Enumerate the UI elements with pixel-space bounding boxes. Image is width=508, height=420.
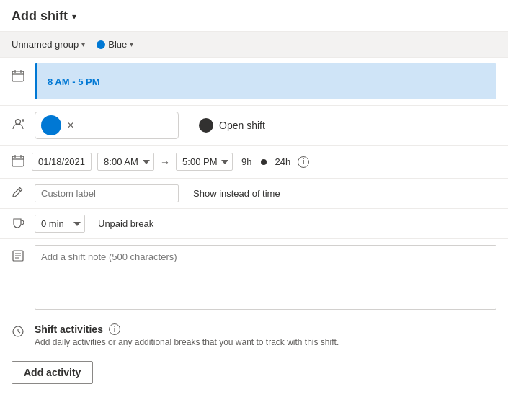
break-icon <box>12 216 26 232</box>
clock-icon <box>12 325 26 341</box>
date-input[interactable]: 01/18/2021 <box>32 153 92 171</box>
page-title: Add shift <box>12 9 68 24</box>
note-icon <box>12 249 26 265</box>
svg-rect-7 <box>12 156 24 166</box>
note-textarea[interactable] <box>35 245 496 310</box>
open-shift-toggle-icon <box>199 118 213 133</box>
header: Add shift ▾ <box>0 0 508 32</box>
date-icon <box>12 154 26 170</box>
svg-rect-0 <box>12 71 24 81</box>
avatar <box>41 115 61 135</box>
close-icon[interactable]: ✕ <box>67 120 74 130</box>
group-chevron-icon: ▾ <box>81 40 85 48</box>
shift-time-label: 8 AM - 5 PM <box>48 76 99 87</box>
start-time-select[interactable]: 8:00 AM <box>97 153 154 171</box>
open-shift-toggle-wrap[interactable]: Open shift <box>199 118 265 133</box>
color-label: Blue <box>108 39 127 50</box>
activities-subtitle: Add daily activities or any additional b… <box>35 337 496 347</box>
header-chevron-icon[interactable]: ▾ <box>72 12 76 22</box>
person-row: ✕ Open shift <box>0 106 508 146</box>
person-chip[interactable]: ✕ <box>35 112 179 139</box>
color-selector[interactable]: Blue ▾ <box>97 39 133 50</box>
hours-24-label: 24h <box>275 156 291 167</box>
color-chevron-icon: ▾ <box>130 40 133 48</box>
shift-banner-row: 8 AM - 5 PM <box>0 58 508 106</box>
subheader: Unnamed group ▾ Blue ▾ <box>0 32 508 58</box>
show-instead-label: Show instead of time <box>193 188 280 199</box>
custom-label-input[interactable] <box>35 184 179 202</box>
calendar-icon <box>12 69 26 85</box>
activities-row: Shift activities i Add daily activities … <box>0 316 508 352</box>
add-activity-row: Add activity <box>0 352 508 393</box>
arrow-icon: → <box>160 156 170 168</box>
activities-title: Shift activities <box>35 323 103 335</box>
add-activity-button[interactable]: Add activity <box>12 361 93 384</box>
info-icon[interactable]: i <box>298 156 309 168</box>
shift-time-bar: 8 AM - 5 PM <box>35 63 496 99</box>
dot-separator-icon <box>261 159 267 165</box>
activities-content: Shift activities i Add daily activities … <box>35 323 496 347</box>
open-shift-label: Open shift <box>219 120 265 131</box>
group-selector[interactable]: Unnamed group ▾ <box>12 39 85 50</box>
duration-text: 9h <box>241 156 251 167</box>
activities-info-icon[interactable]: i <box>109 323 120 335</box>
break-duration-select[interactable]: 0 min 15 min 30 min 45 min 60 min <box>35 215 85 233</box>
break-row: 0 min 15 min 30 min 45 min 60 min Unpaid… <box>0 209 508 239</box>
pencil-icon <box>12 187 26 201</box>
main-content: 8 AM - 5 PM ✕ Open shift <box>0 58 508 393</box>
note-row <box>0 239 508 316</box>
person-icon <box>12 117 26 133</box>
break-type-label: Unpaid break <box>98 218 153 229</box>
datetime-row: 01/18/2021 8:00 AM → 5:00 PM 9h 24h i <box>0 146 508 179</box>
svg-line-18 <box>18 331 20 333</box>
custom-label-row: Show instead of time <box>0 179 508 209</box>
color-dot-icon <box>97 40 105 49</box>
group-label: Unnamed group <box>12 39 79 50</box>
activities-title-row: Shift activities i <box>35 323 496 335</box>
end-time-select[interactable]: 5:00 PM <box>176 153 233 171</box>
svg-line-11 <box>19 189 21 191</box>
